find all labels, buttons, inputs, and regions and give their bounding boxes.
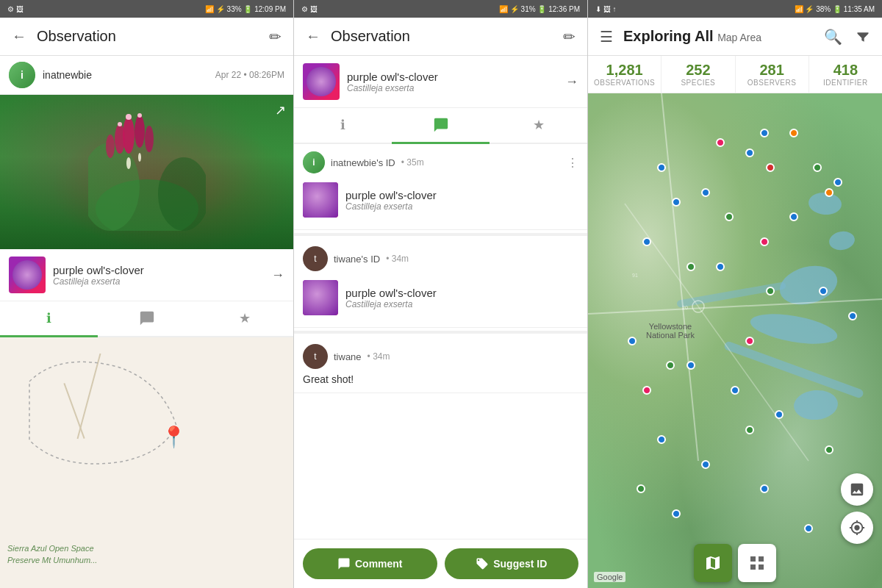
id-species-row-2: purple owl's-clover Castilleja exserta bbox=[303, 276, 578, 320]
stat-sp-value: 252 bbox=[686, 62, 710, 79]
species-arrow-2[interactable]: → bbox=[565, 74, 578, 90]
species-arrow-1[interactable]: → bbox=[271, 268, 284, 283]
map-view-toggle[interactable] bbox=[694, 544, 732, 582]
species-row-2[interactable]: purple owl's-clover Castilleja exserta → bbox=[294, 56, 587, 108]
marker-b18[interactable] bbox=[848, 312, 857, 320]
locate-fab-icon bbox=[849, 520, 865, 536]
action-bar-2: Comment Suggest ID bbox=[294, 539, 587, 588]
comment-btn-label: Comment bbox=[355, 558, 403, 570]
tab-info-2[interactable]: ℹ bbox=[294, 108, 392, 144]
panel-observation-2: ⚙ 🖼 📶 ⚡ 31% 🔋 12:36 PM ← Observation ✏ p… bbox=[294, 0, 588, 588]
suggest-id-button[interactable]: Suggest ID bbox=[445, 548, 579, 579]
marker-o1[interactable] bbox=[789, 129, 798, 137]
map-place-label-1: Sierra Azul Open SpacePreserve Mt Umunhu… bbox=[7, 543, 97, 566]
svg-text:91: 91 bbox=[632, 273, 638, 278]
map-photo-fab[interactable] bbox=[841, 473, 873, 506]
marker-b13[interactable] bbox=[657, 435, 666, 444]
commenter-time: • 34m bbox=[368, 351, 390, 362]
map-pin-1: 📍 bbox=[161, 425, 187, 449]
marker-g7[interactable] bbox=[813, 163, 822, 172]
tab-info-1[interactable]: ℹ bbox=[0, 301, 98, 337]
map-fab-group bbox=[841, 473, 873, 544]
marker-b5[interactable] bbox=[833, 178, 842, 187]
status-left-2: ⚙ 🖼 bbox=[301, 5, 318, 13]
tabs-2: ℹ ★ bbox=[294, 108, 587, 144]
comment-avatar-img-1: i bbox=[303, 151, 325, 173]
menu-button[interactable]: ☰ bbox=[597, 25, 616, 49]
map-view-icon bbox=[704, 554, 722, 572]
comment-btn-icon bbox=[337, 557, 351, 570]
app-bar-3: ☰ Exploring All Map Area 🔍 bbox=[588, 18, 882, 56]
back-button-2[interactable]: ← bbox=[303, 25, 323, 48]
marker-b2[interactable] bbox=[701, 188, 710, 197]
marker-b4[interactable] bbox=[789, 212, 798, 221]
comment-icon-2 bbox=[433, 117, 449, 133]
marker-b10[interactable] bbox=[686, 361, 695, 370]
tab-comments-2[interactable] bbox=[392, 108, 490, 144]
tab-fav-1[interactable]: ★ bbox=[196, 301, 293, 337]
marker-g1[interactable] bbox=[725, 212, 734, 221]
stat-observers[interactable]: 281 OBSERVERS bbox=[736, 56, 809, 93]
back-button-1[interactable]: ← bbox=[9, 25, 29, 48]
comment-button[interactable]: Comment bbox=[303, 548, 437, 579]
page-title-2: Observation bbox=[331, 28, 553, 45]
marker-b3[interactable] bbox=[745, 148, 754, 157]
species-row-1[interactable]: purple owl's-clover Castilleja exserta → bbox=[0, 249, 293, 301]
avatar-img-1: i bbox=[9, 62, 35, 88]
map-preview-1[interactable]: 📍 Sierra Azul Open SpacePreserve Mt Umun… bbox=[0, 337, 293, 588]
search-button[interactable]: 🔍 bbox=[821, 25, 845, 49]
marker-b16[interactable] bbox=[672, 509, 681, 518]
marker-b11[interactable] bbox=[731, 386, 739, 395]
comment-more-1[interactable]: ⋮ bbox=[567, 156, 578, 170]
stat-observations[interactable]: 1,281 OBSERVATIONS bbox=[588, 56, 662, 93]
marker-b12[interactable] bbox=[775, 410, 784, 419]
edit-button-1[interactable]: ✏ bbox=[266, 25, 284, 49]
map-area[interactable]: 20 91 YellowstoneNational Park bbox=[588, 93, 882, 588]
marker-b15[interactable] bbox=[760, 484, 769, 493]
svg-point-5 bbox=[115, 124, 125, 154]
id-species-info-2: purple owl's-clover Castilleja exserta bbox=[345, 287, 578, 309]
marker-b14[interactable] bbox=[701, 460, 710, 469]
marker-b17[interactable] bbox=[804, 524, 813, 533]
divider-1 bbox=[294, 233, 587, 236]
marker-p3[interactable] bbox=[642, 386, 651, 395]
marker-r1[interactable] bbox=[766, 163, 775, 172]
status-right-text-1: 📶 ⚡ 33% 🔋 12:09 PM bbox=[205, 5, 286, 13]
svg-point-12 bbox=[138, 153, 141, 162]
marker-p1[interactable] bbox=[716, 138, 725, 147]
comment-time-2: • 34m bbox=[386, 254, 409, 264]
marker-p4[interactable] bbox=[745, 337, 754, 345]
marker-g4[interactable] bbox=[745, 426, 754, 434]
panel-observation-1: ⚙ 🖼 📶 ⚡ 33% 🔋 12:09 PM ← Observation ✏ i… bbox=[0, 0, 294, 588]
photo-fab-icon bbox=[849, 481, 865, 498]
grid-view-toggle[interactable] bbox=[738, 544, 776, 582]
marker-b19[interactable] bbox=[760, 129, 769, 137]
marker-b9[interactable] bbox=[628, 337, 637, 345]
share-icon-1[interactable]: ↗ bbox=[275, 102, 286, 118]
stat-obs-label: OBSERVATIONS bbox=[594, 79, 655, 87]
marker-b7[interactable] bbox=[716, 262, 725, 271]
marker-b20[interactable] bbox=[672, 198, 681, 207]
marker-g3[interactable] bbox=[666, 361, 675, 370]
stat-ob-label: OBSERVERS bbox=[747, 79, 797, 87]
marker-g2[interactable] bbox=[766, 287, 775, 295]
stat-species[interactable]: 252 SPECIES bbox=[662, 56, 735, 93]
user-name-1[interactable]: inatnewbie bbox=[43, 69, 92, 81]
marker-p2[interactable] bbox=[760, 237, 769, 246]
filter-button[interactable] bbox=[853, 26, 873, 47]
tab-fav-2[interactable]: ★ bbox=[490, 108, 587, 144]
marker-b8[interactable] bbox=[819, 287, 828, 295]
tab-comments-1[interactable] bbox=[98, 301, 196, 337]
marker-b1[interactable] bbox=[657, 163, 666, 172]
marker-b6[interactable] bbox=[642, 237, 651, 246]
marker-g6[interactable] bbox=[686, 262, 695, 271]
edit-button-2[interactable]: ✏ bbox=[560, 25, 578, 49]
id-thumb-2 bbox=[303, 280, 338, 315]
stat-identifiers[interactable]: 418 IDENTIFIER bbox=[809, 56, 882, 93]
status-bar-3: ⬇ 🖼 ↑ 📶 ⚡ 38% 🔋 11:35 AM bbox=[588, 0, 882, 18]
marker-o2[interactable] bbox=[825, 188, 833, 197]
marker-g8[interactable] bbox=[825, 445, 833, 454]
app-bar-2: ← Observation ✏ bbox=[294, 18, 587, 56]
marker-g5[interactable] bbox=[637, 484, 645, 493]
tag-icon bbox=[476, 557, 489, 570]
